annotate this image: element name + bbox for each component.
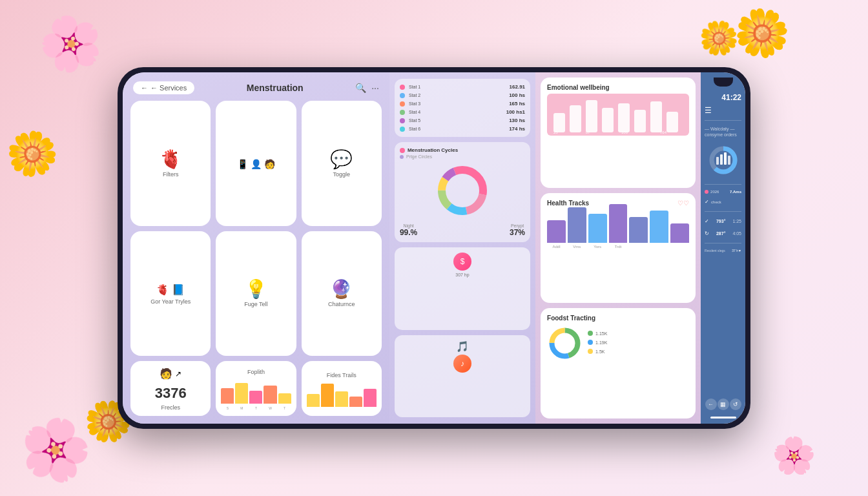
stat-label-1: Stat 1 — [409, 85, 420, 89]
svg-rect-10 — [602, 108, 614, 132]
right-bottom-icon-2[interactable]: ▦ — [718, 398, 729, 410]
perypt-stat: Perypt 37% — [510, 223, 525, 237]
stat-label-2: Stat 2 — [409, 93, 420, 98]
bar-lbl4: W — [264, 406, 276, 410]
stat-val-6: 174 hs — [509, 126, 525, 132]
ht-bar-5 — [629, 217, 648, 243]
fides-widget[interactable]: Fides Trails — [302, 361, 382, 416]
hamburger-icon[interactable]: ☰ — [705, 106, 712, 115]
toggle-label: Toggle — [333, 171, 350, 178]
stat-row-5: Stat 5 130 hs — [400, 118, 525, 123]
stats-list: Stat 1 162.91 Stat 2 100 hs Stat 3 165 h… — [395, 79, 530, 137]
bar5 — [278, 393, 291, 404]
ht-bar-label-4: Trdt — [609, 245, 628, 249]
emotional-bar-chart: 25 07 100 764 — [547, 94, 689, 136]
flower-decoration-bl: 🌸 — [12, 407, 99, 491]
stat-val-1: 162.91 — [510, 84, 525, 90]
ht-bar-2 — [568, 207, 586, 243]
food-label-1: 1.15K — [595, 331, 607, 336]
activity-icon-1: ✓ — [705, 218, 709, 224]
menstruation-card: Menstruation Cycles Prtge Circles — [395, 142, 530, 242]
chat-icon: 🔮 — [330, 280, 353, 298]
health-tracks-bars — [547, 211, 689, 243]
back-button[interactable]: ← ← Services — [133, 81, 194, 94]
stat-label-5: Stat 5 — [409, 118, 420, 123]
stat-val-3: 165 hs — [509, 101, 525, 107]
app-card-chat[interactable]: 🔮 Chaturnce — [302, 231, 382, 356]
health-tracks-heart-icon: ♡♡ — [677, 200, 689, 207]
svg-rect-26 — [724, 152, 727, 165]
right-bottom-icon-1[interactable]: ← — [705, 398, 717, 410]
home-indicator — [710, 417, 736, 418]
right-title-line2: consyme orders — [705, 132, 737, 137]
stat-val-5: 130 hs — [509, 118, 525, 123]
right-stat-val-1: 7.Ams — [730, 190, 741, 194]
more-icon[interactable]: ··· — [371, 83, 379, 93]
mens-legend-dot1 — [400, 148, 405, 153]
right-checkmark-icon: ✓ — [705, 199, 709, 205]
app-card-filters[interactable]: 🫀 Filters — [130, 101, 211, 226]
bottom-widgets: 🧑 ↗ 3376 Frecles Foplith — [130, 361, 382, 416]
separator-3 — [705, 211, 741, 212]
bar4 — [264, 386, 276, 404]
activity-val2-2: 4:05 — [732, 231, 741, 236]
flower-decoration-br: 🌸 — [772, 435, 816, 477]
right-title-line1: — Walcdaty — — [705, 127, 734, 131]
pink-widget[interactable]: $ 307 hp — [395, 247, 530, 330]
stat-row-3: Stat 3 165 hs — [400, 101, 525, 107]
gor-icon2: 📘 — [172, 284, 185, 296]
stat-label-3: Stat 3 — [409, 101, 420, 106]
ht-bar-label-6 — [650, 245, 668, 249]
fides-label: Fides Trails — [327, 372, 356, 378]
time-display: 41:22 — [705, 93, 741, 102]
back-label: ← Services — [150, 84, 187, 92]
charts-panel: Emotional wellbeing 25 07 — [535, 72, 701, 424]
donut-bottom-stats: Night 99.% Perypt 37% — [400, 223, 525, 237]
emotional-wellbeing-card: Emotional wellbeing 25 07 — [541, 78, 696, 188]
filters-icon: 🫀 — [160, 150, 182, 169]
separator-4 — [705, 243, 741, 243]
health-tracks-bar-labels: Addl Vms Yors Trdt — [547, 245, 689, 249]
gor-label: Gor Year Tryles — [150, 298, 191, 305]
food-dot-3 — [588, 349, 593, 354]
stat-label-6: Stat 6 — [409, 127, 420, 131]
search-icon[interactable]: 🔍 — [355, 83, 366, 93]
social-icon3: 🧑 — [264, 159, 275, 169]
food-tracking-content: 1.15K 1.19K 1.5K — [547, 326, 689, 361]
page-title: Menstruation — [247, 83, 304, 93]
svg-rect-14 — [666, 112, 678, 132]
perypt-val: 37% — [510, 228, 525, 237]
stat-label-4: Stat 4 — [409, 110, 420, 114]
stat-dot-5 — [400, 118, 405, 123]
steps-arrow-icon: ↗ — [175, 369, 181, 378]
app-card-social[interactable]: 📱 👤 🧑 — [216, 101, 296, 226]
right-bottom-icon-3[interactable]: ↺ — [730, 398, 741, 410]
steps-widget[interactable]: 🧑 ↗ 3376 Frecles — [130, 361, 211, 416]
svg-rect-12 — [634, 110, 646, 132]
steps-value: 3376 — [155, 385, 187, 402]
fbar4 — [349, 397, 362, 407]
ht-bar-label-3: Yors — [588, 245, 607, 249]
app-card-fuge[interactable]: 💡 Fuge Tell — [216, 231, 296, 356]
right-stat-row-1: 2026 7.Ams — [705, 190, 741, 194]
middle-panel: Stat 1 162.91 Stat 2 100 hs Stat 3 165 h… — [389, 72, 535, 424]
emotional-title: Emotional wellbeing — [547, 84, 689, 91]
foplith-widget[interactable]: Foplith S M T W T — [216, 361, 296, 416]
svg-rect-9 — [586, 100, 597, 132]
activity-val1-1: 793° — [716, 219, 725, 223]
chat-label: Chaturnce — [328, 301, 355, 307]
stat-row-1: Stat 1 162.91 — [400, 84, 525, 90]
stat-dot-3 — [400, 101, 405, 107]
music-widget[interactable]: 🎵 ♪ — [395, 335, 530, 418]
gor-icon1: 🫀 — [156, 284, 169, 296]
separator-1 — [705, 120, 741, 121]
toggle-icon: 💬 — [330, 150, 353, 169]
right-stat-dot-1 — [705, 190, 708, 194]
app-card-gor[interactable]: 🫀 📘 Gor Year Tryles — [130, 231, 211, 356]
right-circle-chart — [705, 144, 741, 176]
ht-bar-7 — [670, 223, 689, 243]
night-stat: Night 99.% — [400, 223, 417, 237]
flower-decoration-tr: 🌼 — [730, 2, 795, 64]
ht-bar-label-2: Vms — [568, 245, 586, 249]
app-card-toggle[interactable]: 💬 Toggle — [302, 101, 382, 226]
